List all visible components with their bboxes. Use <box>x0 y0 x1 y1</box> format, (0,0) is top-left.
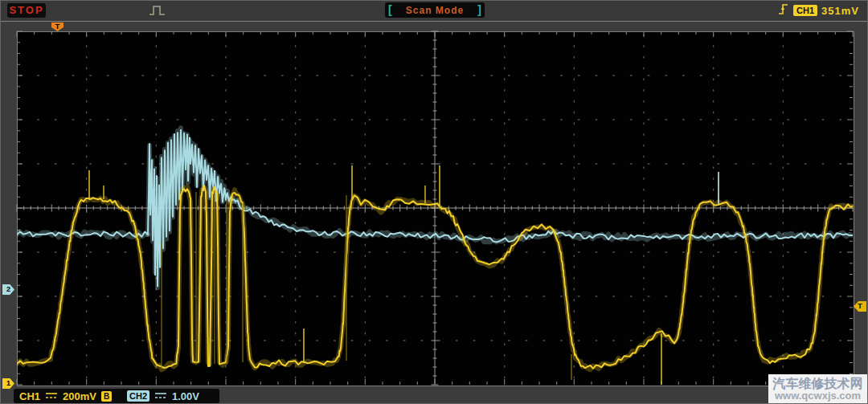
mode-bracket-left: [ <box>388 3 392 17</box>
graticule-panel <box>17 31 854 386</box>
watermark: 汽车维修技术网 www.qcwxjs.com <box>768 374 867 403</box>
acquisition-mode-label: Scan Mode <box>406 5 464 16</box>
ch2-ground-label: 2 <box>6 285 10 293</box>
ch2-scale-value: 1.00V <box>172 390 199 402</box>
ch1-label: CH1 <box>19 390 40 402</box>
watermark-site-name: 汽车维修技术网 <box>773 377 863 390</box>
mode-bracket-right: ] <box>477 3 481 17</box>
ch1-settings-box: CH1 200mV B <box>14 389 126 403</box>
trigger-position-marker[interactable]: T <box>51 22 63 31</box>
ch1-scale-value: 200mV <box>63 390 96 402</box>
ch2-settings-box: CH2 1.00V <box>121 389 219 403</box>
ch2-label: CH2 <box>127 390 149 402</box>
run-state-badge: STOP <box>7 3 46 18</box>
ch2-ground-marker[interactable]: 2 <box>2 284 14 295</box>
trigger-level-marker[interactable]: T <box>854 301 866 312</box>
run-state-label: STOP <box>9 4 43 16</box>
ch1-dc-coupling-icon <box>45 389 58 403</box>
ch1-bandwidth-badge: B <box>101 391 112 402</box>
acquisition-mode-box: [ Scan Mode ] <box>385 2 485 18</box>
trigger-position-label: T <box>55 22 60 31</box>
top-status-bar: STOP [ Scan Mode ] CH1 351mV <box>1 1 867 22</box>
trigger-edge-icon <box>778 2 789 19</box>
trigger-readout: CH1 351mV <box>778 3 859 18</box>
ch2-dc-coupling-icon <box>154 389 167 403</box>
ch1-ground-label: 1 <box>6 379 10 387</box>
oscilloscope-screen: STOP [ Scan Mode ] CH1 351mV T <box>0 0 868 404</box>
trigger-level-label: T <box>858 302 862 310</box>
trigger-source-badge: CH1 <box>793 5 817 16</box>
watermark-site-url: www.qcwxjs.com <box>775 390 861 402</box>
bottom-channel-bar: CH1 200mV B CH2 1.00V <box>1 386 867 404</box>
pulse-waveform-icon <box>149 4 166 21</box>
trigger-level-readout: 351mV <box>821 5 859 17</box>
